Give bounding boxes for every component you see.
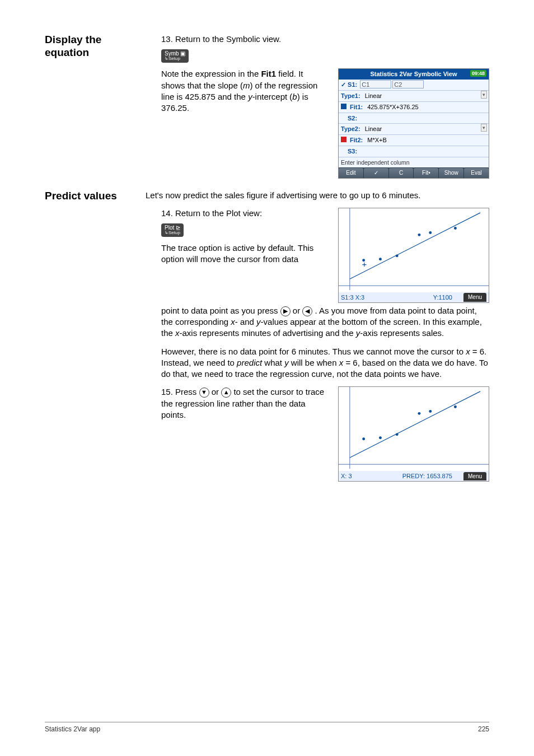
svg-point-17 <box>429 410 432 413</box>
fit2-label: Fit2: <box>348 135 365 146</box>
tb-check[interactable]: ✓ <box>364 167 389 178</box>
svg-point-5 <box>396 254 399 257</box>
svg-point-16 <box>418 412 420 415</box>
step-14: 14. Return to the Plot view: <box>161 208 328 219</box>
trace-default-text: The trace option is active by default. T… <box>161 242 328 265</box>
svg-point-18 <box>454 405 457 408</box>
symb-key: Symb ▣ ↳Setup <box>161 49 189 63</box>
svg-point-14 <box>379 437 382 440</box>
s3-label: S3: <box>339 146 359 157</box>
plot1-menu-button[interactable]: Menu <box>463 293 486 302</box>
svg-point-13 <box>362 438 365 441</box>
svg-point-15 <box>396 433 399 436</box>
s2-label: S2: <box>339 113 359 124</box>
step-13: 13. Return to the Symbolic view. <box>161 34 489 45</box>
tb-fit[interactable]: Fit• <box>414 167 439 178</box>
fit1-value: 425.875*X+376.25 <box>365 102 489 113</box>
svg-point-6 <box>418 234 420 236</box>
svg-line-2 <box>350 213 480 279</box>
down-arrow-icon: ▼ <box>199 388 209 398</box>
type2-label: Type2: <box>339 124 363 134</box>
up-arrow-icon: ▲ <box>221 388 231 398</box>
tb-c[interactable]: C <box>389 167 414 178</box>
symbolic-view-screenshot: Statistics 2Var Symbolic View 09:48 ✓ S1… <box>338 68 489 178</box>
trace-paragraph-1: point to data point as you press ▶ or ◀ … <box>161 305 489 339</box>
plot1-status-left: S1:3 X:3 <box>341 293 364 302</box>
symb-key-sub: ↳Setup <box>165 57 185 61</box>
s1-col1-input[interactable] <box>360 80 391 88</box>
step-15: 15. Press ▼ or ▲ to set the cursor to tr… <box>161 386 328 421</box>
s1-label: S1: <box>348 81 357 88</box>
type1-label: Type1: <box>339 91 363 101</box>
type1-value: Linear <box>363 91 489 101</box>
calc-clock: 09:48 <box>470 70 486 77</box>
right-arrow-icon: ▶ <box>280 306 291 316</box>
section-display-equation: Display the equation <box>45 34 140 59</box>
tb-edit[interactable]: Edit <box>339 167 364 178</box>
plot2-status-left: X: 3 <box>341 472 352 480</box>
equation-paragraph: Note the expression in the Fit1 field. I… <box>161 68 328 114</box>
tb-show[interactable]: Show <box>439 167 464 178</box>
svg-text:+: + <box>362 260 367 269</box>
calc-title: Statistics 2Var Symbolic View 09:48 <box>339 69 489 80</box>
trace-paragraph-2: However, there is no data point for 6 mi… <box>161 346 489 380</box>
plot-key: Plot ⊵ ↳Setup <box>161 223 184 237</box>
s1-col2-input[interactable] <box>392 80 424 88</box>
section-predict-values: Predict values <box>45 190 140 203</box>
tb-eval[interactable]: Eval <box>464 167 489 178</box>
fit2-value: M*X+B <box>365 135 489 146</box>
plot2-menu-button[interactable]: Menu <box>463 472 486 481</box>
plot-screenshot-1: + S1:3 X:3 Y:1100 Menu <box>338 208 489 303</box>
step-14-text: 14. Return to the Plot view: <box>161 208 262 218</box>
type2-dropdown-icon[interactable]: ▾ <box>481 124 487 132</box>
step-13-text: 13. Return to the Symbolic view. <box>161 34 281 44</box>
fit1-color-swatch <box>341 104 346 109</box>
svg-line-12 <box>350 391 480 458</box>
type2-value: Linear <box>363 124 489 134</box>
footer-page-number: 225 <box>478 725 489 734</box>
svg-point-4 <box>379 258 382 260</box>
plot-screenshot-2: X: 3 PREDY: 1653.875 Menu <box>338 386 489 482</box>
svg-point-7 <box>429 231 432 234</box>
fit1-label: Fit1: <box>348 102 365 113</box>
plot2-status-mid: PREDY: 1653.875 <box>402 472 452 480</box>
page-footer: Statistics 2Var app 225 <box>45 722 489 734</box>
plot-key-sub: ↳Setup <box>165 231 180 235</box>
footer-left: Statistics 2Var app <box>45 725 100 734</box>
plot1-status-mid: Y:1100 <box>433 293 452 302</box>
calc-hint: Enter independent column <box>339 157 489 167</box>
fit2-color-swatch <box>341 137 346 142</box>
calc-toolbar: Edit ✓ C Fit• Show Eval <box>339 167 489 178</box>
left-arrow-icon: ◀ <box>302 306 312 316</box>
type1-dropdown-icon[interactable]: ▾ <box>481 91 487 99</box>
svg-point-8 <box>454 227 457 230</box>
predict-intro: Let's now predict the sales figure if ad… <box>146 190 489 201</box>
